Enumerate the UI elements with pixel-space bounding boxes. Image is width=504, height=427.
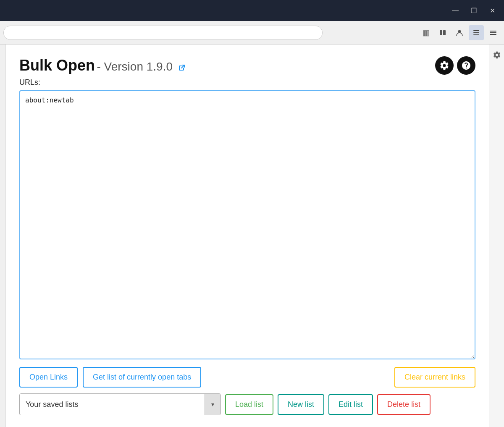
load-list-button[interactable]: Load list bbox=[225, 394, 273, 415]
svg-rect-1 bbox=[443, 30, 446, 35]
sidebar-settings-icon[interactable] bbox=[491, 49, 503, 61]
get-tabs-button[interactable]: Get list of currently open tabs bbox=[83, 367, 201, 388]
close-button[interactable]: ✕ bbox=[487, 5, 497, 16]
app-title-separator: - bbox=[97, 60, 104, 73]
svg-rect-4 bbox=[473, 32, 479, 33]
url-textarea[interactable]: about:newtab bbox=[19, 90, 475, 359]
title-icons bbox=[435, 56, 475, 75]
chevron-down-icon: ▾ bbox=[205, 394, 220, 415]
browser-toolbar: ▥ bbox=[0, 21, 504, 45]
urls-label: URLs: bbox=[19, 78, 475, 87]
action-buttons-row: Open Links Get list of currently open ta… bbox=[19, 367, 475, 388]
left-sidebar bbox=[0, 45, 6, 427]
app-version: Version 1.9.0 bbox=[104, 60, 173, 73]
clear-links-button[interactable]: Clear current links bbox=[394, 367, 475, 388]
app-title-group: Bulk Open - Version 1.9.0 bbox=[19, 57, 186, 74]
svg-rect-8 bbox=[490, 34, 496, 35]
toolbar-icons: ▥ bbox=[418, 25, 501, 40]
settings-button[interactable] bbox=[435, 56, 454, 75]
external-link-icon[interactable] bbox=[178, 65, 186, 73]
reader-icon[interactable] bbox=[435, 25, 450, 40]
delete-list-button[interactable]: Delete list bbox=[377, 394, 430, 415]
title-row: Bulk Open - Version 1.9.0 bbox=[19, 56, 475, 75]
new-list-button[interactable]: New list bbox=[278, 394, 324, 415]
svg-rect-6 bbox=[490, 31, 496, 31]
popup-panel: Bulk Open - Version 1.9.0 bbox=[6, 45, 489, 427]
help-button[interactable] bbox=[457, 56, 475, 75]
hamburger-menu-icon[interactable] bbox=[486, 25, 501, 40]
svg-rect-3 bbox=[473, 30, 479, 31]
svg-rect-7 bbox=[490, 32, 496, 33]
saved-lists-wrapper: Your saved lists ▾ bbox=[19, 393, 221, 415]
browser-titlebar: — ❐ ✕ bbox=[0, 0, 504, 21]
list-management-row: Your saved lists ▾ Load list New list Ed… bbox=[19, 393, 475, 415]
library-icon[interactable]: ▥ bbox=[418, 25, 433, 40]
address-bar[interactable] bbox=[3, 26, 323, 40]
account-icon[interactable] bbox=[452, 25, 467, 40]
extension-icon-btn[interactable] bbox=[469, 25, 484, 40]
right-sidebar bbox=[489, 45, 504, 427]
open-links-button[interactable]: Open Links bbox=[19, 367, 78, 388]
app-title: Bulk Open bbox=[19, 57, 95, 74]
svg-rect-0 bbox=[440, 30, 442, 35]
svg-rect-5 bbox=[473, 34, 479, 35]
restore-button[interactable]: ❐ bbox=[469, 5, 479, 16]
minimize-button[interactable]: — bbox=[450, 5, 460, 16]
edit-list-button[interactable]: Edit list bbox=[328, 394, 373, 415]
main-area: Bulk Open - Version 1.9.0 bbox=[0, 45, 504, 427]
saved-lists-select[interactable]: Your saved lists bbox=[20, 394, 205, 415]
